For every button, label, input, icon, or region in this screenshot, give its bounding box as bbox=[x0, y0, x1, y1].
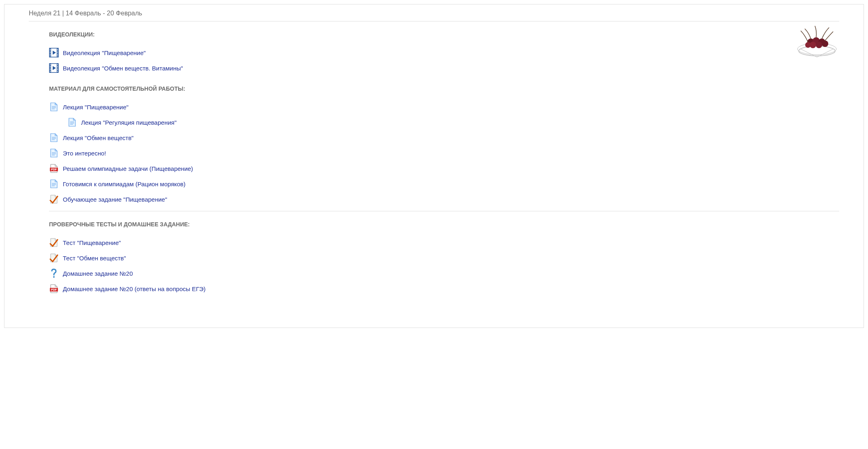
material-link[interactable]: Лекция "Обмен веществ" bbox=[63, 134, 134, 141]
document-icon bbox=[67, 117, 77, 127]
video-link[interactable]: Видеолекция "Обмен веществ. Витамины" bbox=[63, 65, 183, 72]
svg-rect-17 bbox=[57, 49, 58, 50]
section-heading-materials: МАТЕРИАЛ ДЛЯ САМОСТОЯТЕЛЬНОЙ РАБОТЫ: bbox=[11, 76, 857, 99]
video-icon bbox=[49, 63, 59, 73]
svg-rect-35 bbox=[57, 71, 58, 72]
material-link[interactable]: Лекция "Пищеварение" bbox=[63, 104, 128, 111]
video-link[interactable]: Видеолекция "Пищеварение" bbox=[63, 49, 146, 56]
svg-rect-20 bbox=[57, 54, 58, 55]
material-link[interactable]: Готовимся к олимпиадам (Рацион моряков) bbox=[63, 181, 186, 187]
svg-rect-15 bbox=[50, 54, 51, 55]
test-item[interactable]: Тест "Пищеварение" bbox=[11, 235, 857, 250]
svg-rect-18 bbox=[57, 51, 58, 51]
material-item[interactable]: Обучающее задание "Пищеварение" bbox=[11, 192, 857, 207]
material-item[interactable]: PDF Решаем олимпиадные задачи (Пищеварен… bbox=[11, 161, 857, 176]
material-link[interactable]: Обучающее задание "Пищеварение" bbox=[63, 196, 167, 203]
video-item[interactable]: Видеолекция "Обмен веществ. Витамины" bbox=[11, 60, 857, 76]
svg-point-0 bbox=[799, 46, 835, 56]
material-link[interactable]: Лекция "Регуляция пищеварения" bbox=[81, 119, 177, 126]
week-title: Неделя 21 | 14 Февраль - 20 Февраль bbox=[11, 8, 857, 21]
svg-point-6 bbox=[816, 42, 822, 48]
material-link[interactable]: Решаем олимпиадные задачи (Пищеварение) bbox=[63, 165, 193, 172]
svg-text:PDF: PDF bbox=[51, 288, 57, 291]
svg-rect-33 bbox=[57, 68, 58, 68]
document-icon bbox=[49, 102, 59, 112]
material-link[interactable]: Это интересно! bbox=[63, 150, 106, 157]
svg-rect-21 bbox=[57, 55, 58, 56]
test-link[interactable]: Домашнее задание №20 (ответы на вопросы … bbox=[63, 285, 205, 292]
svg-rect-13 bbox=[50, 51, 51, 51]
document-icon bbox=[49, 148, 59, 158]
material-item[interactable]: Лекция "Обмен веществ" bbox=[11, 130, 857, 145]
document-icon bbox=[49, 179, 59, 189]
svg-point-54 bbox=[53, 276, 55, 278]
test-link[interactable]: Тест "Обмен веществ" bbox=[63, 255, 126, 262]
svg-rect-16 bbox=[50, 55, 51, 56]
material-item[interactable]: Лекция "Регуляция пищеварения" bbox=[11, 115, 857, 130]
material-item[interactable]: Это интересно! bbox=[11, 145, 857, 161]
svg-rect-26 bbox=[50, 64, 51, 65]
section-heading-tests: ПРОВЕРОЧНЫЕ ТЕСТЫ И ДОМАШНЕЕ ЗАДАНИЕ: bbox=[11, 211, 857, 235]
test-item[interactable]: Домашнее задание №20 bbox=[11, 266, 857, 281]
svg-rect-32 bbox=[57, 66, 58, 67]
week-container: Неделя 21 | 14 Февраль - 20 Февраль ВИДЕ… bbox=[4, 4, 864, 328]
svg-rect-19 bbox=[57, 52, 58, 53]
svg-rect-34 bbox=[57, 69, 58, 70]
material-item[interactable]: Лекция "Пищеварение" bbox=[11, 99, 857, 115]
svg-rect-30 bbox=[50, 71, 51, 72]
quiz-icon bbox=[49, 253, 59, 263]
quiz-icon bbox=[49, 194, 59, 204]
test-link[interactable]: Домашнее задание №20 bbox=[63, 270, 133, 277]
pdf-icon: PDF bbox=[49, 164, 59, 173]
document-icon bbox=[49, 133, 59, 143]
test-item[interactable]: PDF Домашнее задание №20 (ответы на вопр… bbox=[11, 281, 857, 296]
svg-point-7 bbox=[822, 40, 828, 47]
svg-text:PDF: PDF bbox=[51, 168, 57, 171]
decorative-image bbox=[793, 23, 841, 59]
pdf-icon: PDF bbox=[49, 284, 59, 294]
svg-rect-14 bbox=[50, 52, 51, 53]
video-item[interactable]: Видеолекция "Пищеварение" bbox=[11, 45, 857, 60]
test-item[interactable]: Тест "Обмен веществ" bbox=[11, 250, 857, 266]
material-item[interactable]: Готовимся к олимпиадам (Рацион моряков) bbox=[11, 176, 857, 192]
svg-point-8 bbox=[805, 42, 811, 48]
question-icon bbox=[49, 268, 59, 278]
test-link[interactable]: Тест "Пищеварение" bbox=[63, 239, 121, 246]
svg-rect-12 bbox=[50, 49, 51, 50]
section-heading-videos: ВИДЕОЛЕКЦИИ: bbox=[11, 21, 857, 45]
quiz-icon bbox=[49, 238, 59, 247]
svg-rect-28 bbox=[50, 68, 51, 68]
svg-rect-29 bbox=[50, 69, 51, 70]
svg-rect-31 bbox=[57, 64, 58, 65]
svg-rect-27 bbox=[50, 66, 51, 67]
video-icon bbox=[49, 48, 59, 57]
